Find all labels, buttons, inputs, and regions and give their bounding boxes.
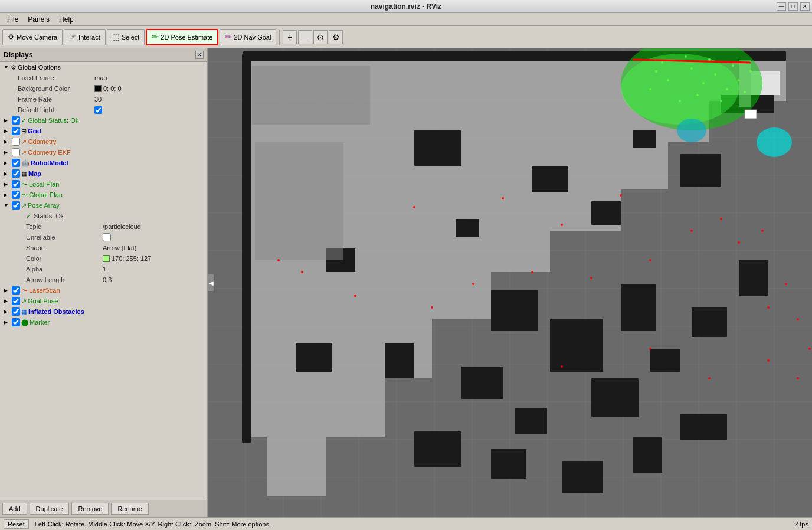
- menu-file[interactable]: File: [2, 14, 23, 25]
- tree-item-odometry[interactable]: ▶ ↗ Odometry: [0, 136, 207, 147]
- expand-local-plan-arrow[interactable]: ▶: [4, 181, 11, 187]
- frame-rate-value: 30: [94, 96, 102, 103]
- expand-odometry-ekf-arrow[interactable]: ▶: [4, 149, 11, 155]
- marker-checkbox[interactable]: [12, 318, 20, 326]
- map-checkbox[interactable]: [12, 169, 20, 178]
- odometry-checkbox[interactable]: [12, 138, 20, 146]
- fixed-frame-label: Fixed Frame: [18, 74, 94, 81]
- svg-point-97: [649, 259, 651, 261]
- expand-global-plan-arrow[interactable]: ▶: [4, 192, 11, 198]
- pose-estimate-tool[interactable]: ✏ 2D Pose Estimate: [146, 29, 218, 45]
- prop-color[interactable]: Color 170; 255; 127: [0, 253, 207, 264]
- goal-pose-checkbox[interactable]: [12, 297, 20, 305]
- local-plan-icon: 〜: [21, 180, 28, 189]
- tree-item-goal-pose[interactable]: ▶ ↗ Goal Pose: [0, 296, 207, 306]
- tree-item-global-status[interactable]: ▶ ✓ Global Status: Ok: [0, 115, 207, 126]
- displays-close-button[interactable]: ✕: [195, 51, 204, 59]
- tree-item-map[interactable]: ▶ ▦ Map: [0, 168, 207, 179]
- move-camera-tool[interactable]: ✥ Move Camera: [2, 29, 63, 45]
- default-light-label: Default Light: [18, 106, 94, 113]
- svg-point-69: [726, 88, 728, 90]
- tree-item-local-plan[interactable]: ▶ 〜 Local Plan: [0, 179, 207, 189]
- prop-arrow-length[interactable]: Arrow Length 0.3: [0, 274, 207, 285]
- svg-point-108: [797, 377, 799, 379]
- prop-default-light[interactable]: Default Light: [0, 104, 207, 115]
- expand-robot-model-arrow[interactable]: ▶: [4, 160, 11, 166]
- svg-rect-51: [692, 307, 727, 337]
- pose-estimate-icon: ✏: [152, 32, 158, 41]
- odometry-ekf-icon: ↗: [21, 149, 27, 156]
- prop-frame-rate[interactable]: Frame Rate 30: [0, 94, 207, 104]
- viewport[interactable]: ◀: [208, 48, 812, 517]
- duplicate-button[interactable]: Duplicate: [30, 503, 70, 515]
- reset-button[interactable]: Reset: [4, 519, 29, 529]
- prop-alpha[interactable]: Alpha 1: [0, 264, 207, 274]
- pose-array-status: ✓ Status: Ok: [0, 211, 207, 221]
- add-button[interactable]: Add: [2, 503, 27, 515]
- tree-item-laser-scan[interactable]: ▶ 〜 LaserScan: [0, 285, 207, 296]
- expand-pose-array-arrow[interactable]: ▼: [4, 202, 11, 208]
- expand-odometry-arrow[interactable]: ▶: [4, 139, 11, 145]
- tree-item-pose-array[interactable]: ▼ ↗ Pose Array: [0, 200, 207, 211]
- laser-scan-checkbox[interactable]: [12, 286, 20, 295]
- global-status-checkbox[interactable]: [12, 116, 20, 125]
- pose-array-checkbox[interactable]: [12, 201, 20, 210]
- global-plan-checkbox[interactable]: [12, 191, 20, 199]
- default-light-value: [94, 106, 102, 114]
- select-tool[interactable]: ⬚ Select: [107, 29, 145, 45]
- expand-marker-arrow[interactable]: ▶: [4, 319, 11, 325]
- toolbar: ✥ Move Camera ☞ Interact ⬚ Select ✏ 2D P…: [0, 26, 812, 48]
- menu-help[interactable]: Help: [54, 14, 78, 25]
- tree-item-inflated-obstacles[interactable]: ▶ ▦ Inflated Obstacles: [0, 306, 207, 317]
- tree-item-global-plan[interactable]: ▶ 〜 Global Plan: [0, 189, 207, 200]
- prop-unreliable[interactable]: Unreliable: [0, 232, 207, 243]
- minimize-button[interactable]: —: [777, 2, 786, 11]
- expand-map-arrow[interactable]: ▶: [4, 171, 11, 176]
- tree-item-robot-model[interactable]: ▶ 🤖 RobotModel: [0, 158, 207, 168]
- default-light-checkbox[interactable]: [94, 106, 102, 114]
- svg-rect-50: [650, 349, 680, 372]
- prop-fixed-frame[interactable]: Fixed Frame map: [0, 73, 207, 83]
- expand-grid-arrow[interactable]: ▶: [4, 128, 11, 134]
- expand-laser-scan-arrow[interactable]: ▶: [4, 287, 11, 293]
- odometry-ekf-checkbox[interactable]: [12, 148, 20, 156]
- expand-global-options-arrow[interactable]: ▼: [4, 64, 11, 70]
- global-options-label: Global Options: [18, 64, 206, 71]
- tree-item-marker[interactable]: ▶ ⬤ Marker: [0, 317, 207, 328]
- tree-item-odometry-ekf[interactable]: ▶ ↗ Odometry EKF: [0, 147, 207, 158]
- prop-background-color[interactable]: Background Color 0; 0; 0: [0, 83, 207, 94]
- svg-point-104: [561, 365, 563, 368]
- svg-point-94: [720, 218, 722, 220]
- grid-checkbox[interactable]: [12, 127, 20, 135]
- expand-goal-pose-arrow[interactable]: ▶: [4, 298, 11, 304]
- tree-item-grid[interactable]: ▶ ⊞ Grid: [0, 126, 207, 136]
- rename-button[interactable]: Rename: [111, 503, 149, 515]
- interact-tool[interactable]: ☞ Interact: [64, 29, 106, 45]
- expand-global-status-arrow[interactable]: ▶: [4, 117, 11, 123]
- collapse-panel-handle[interactable]: ◀: [208, 274, 215, 292]
- svg-point-68: [714, 73, 716, 76]
- close-button[interactable]: ✕: [800, 2, 810, 11]
- add-action-button[interactable]: +: [283, 30, 297, 44]
- local-plan-checkbox[interactable]: [12, 180, 20, 188]
- nav-goal-tool[interactable]: ✏ 2D Nav Goal: [220, 29, 276, 45]
- settings-action-button[interactable]: ⚙: [329, 30, 343, 44]
- prop-shape[interactable]: Shape Arrow (Flat): [0, 243, 207, 253]
- unreliable-checkbox[interactable]: [103, 233, 111, 241]
- global-status-label: Global Status: Ok: [28, 117, 206, 124]
- background-color-label: Background Color: [18, 85, 94, 92]
- expand-inflated-obstacles-arrow[interactable]: ▶: [4, 309, 11, 315]
- remove-action-button[interactable]: —: [298, 30, 312, 44]
- camera-action-button[interactable]: ⊙: [313, 30, 328, 44]
- menu-panels[interactable]: Panels: [23, 14, 54, 25]
- svg-point-64: [655, 70, 657, 73]
- maximize-button[interactable]: □: [788, 2, 798, 11]
- svg-point-80: [732, 64, 734, 67]
- remove-button[interactable]: Remove: [71, 503, 109, 515]
- inflated-obstacles-checkbox[interactable]: [12, 307, 20, 316]
- move-camera-label: Move Camera: [17, 34, 57, 41]
- global-plan-label: Global Plan: [29, 191, 206, 198]
- prop-topic[interactable]: Topic /particlecloud: [0, 221, 207, 232]
- robot-model-checkbox[interactable]: [12, 159, 20, 167]
- tree-item-global-options[interactable]: ▼ ⚙ Global Options: [0, 62, 207, 73]
